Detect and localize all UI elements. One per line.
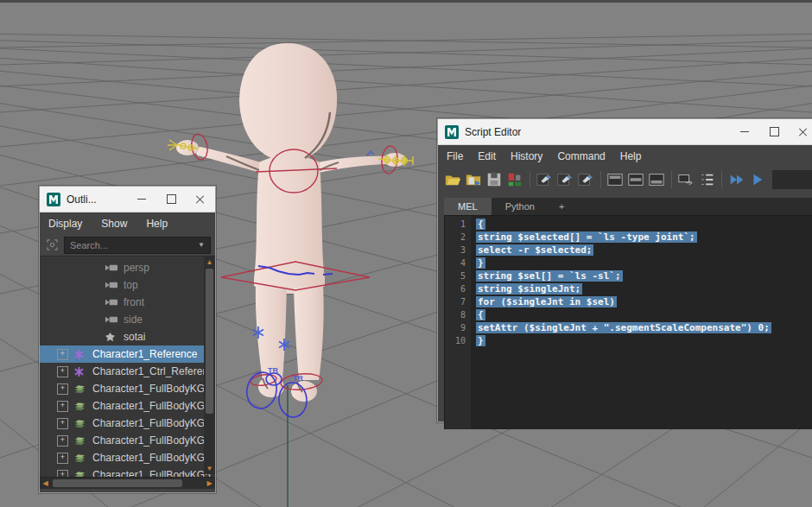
minimize-button[interactable] — [127, 187, 156, 212]
code-line: 6 string $singleJnt; — [445, 282, 812, 295]
outliner-row[interactable]: + Character1_FullBodyKG5 — [40, 466, 215, 477]
maximize-button[interactable] — [156, 187, 186, 212]
outliner-menu-item[interactable]: Display — [48, 218, 82, 230]
expand-toggle-icon[interactable]: + — [57, 470, 68, 478]
show-help-line-button[interactable] — [677, 169, 695, 190]
vertical-scrollbar[interactable]: ▲ ▼ — [204, 257, 215, 474]
camera-icon — [105, 296, 119, 308]
outliner-row[interactable]: + sotai — [40, 328, 215, 345]
expand-toggle-icon[interactable]: + — [57, 349, 68, 360]
outliner-row-label: Character1_Ctrl_Reference — [92, 365, 215, 377]
outliner-row[interactable]: + side — [40, 311, 215, 328]
script-editor-menu-item[interactable]: History — [511, 150, 542, 162]
layout-split-mid-button[interactable] — [627, 169, 645, 190]
save-script-button[interactable] — [485, 169, 503, 190]
outliner-row[interactable]: + top — [40, 276, 215, 294]
chevron-down-icon[interactable]: ▼ — [198, 241, 205, 249]
line-number: 2 — [445, 231, 470, 244]
script-tab[interactable]: + — [549, 198, 574, 215]
expand-toggle-icon[interactable]: + — [57, 453, 68, 464]
vscroll-thumb[interactable] — [206, 269, 213, 414]
script-editor-titlebar[interactable]: Script Editor — [438, 119, 812, 145]
expand-toggle-icon[interactable]: + — [57, 383, 68, 395]
outliner-row[interactable]: + Character1_FullBodyKG3 — [40, 432, 215, 449]
outliner-row[interactable]: + Character1_FullBodyKG2 — [40, 415, 215, 432]
expand-toggle-icon[interactable]: + — [57, 366, 68, 377]
outliner-row-label: Character1_FullBodyKG — [92, 383, 205, 395]
outliner-row[interactable]: + Character1_Reference — [40, 345, 215, 363]
script-editor-menu-item[interactable]: Command — [557, 150, 605, 162]
line-number: 9 — [445, 321, 470, 334]
execute-all-button[interactable] — [727, 169, 745, 190]
minimize-icon — [740, 131, 749, 132]
maya-logo-icon — [445, 125, 459, 139]
outliner-titlebar[interactable]: Outli... — [40, 187, 215, 212]
scroll-down-icon[interactable]: ▼ — [204, 463, 215, 474]
outliner-row-label: side — [124, 314, 143, 326]
search-placeholder: Search... — [70, 240, 198, 250]
source-script-button[interactable] — [505, 169, 523, 190]
open-script-button[interactable] — [443, 169, 461, 190]
script-editor-menu-item[interactable]: Help — [620, 150, 642, 162]
script-editor-menu-item[interactable]: Edit — [478, 150, 496, 162]
code-line: 5 string $sel[] = `ls -sl`; — [445, 269, 812, 282]
close-button[interactable] — [186, 187, 215, 212]
filter-icon[interactable] — [44, 238, 60, 253]
clear-input-button[interactable] — [556, 169, 574, 190]
selected-code-text: select -r $selected; — [476, 244, 593, 256]
outliner-menu-item[interactable]: Show — [101, 218, 127, 230]
outliner-row[interactable]: + Character1_FullBodyKG — [40, 380, 215, 397]
toolbar-end-field[interactable] — [772, 170, 812, 189]
outliner-row-label: Character1_FullBodyKG1 — [92, 400, 211, 412]
line-number: 1 — [445, 218, 470, 231]
outliner-row[interactable]: + persp — [40, 259, 215, 276]
scroll-up-icon[interactable]: ▲ — [204, 257, 215, 268]
line-number: 10 — [445, 334, 470, 347]
camera-icon — [105, 262, 119, 274]
execute-button[interactable] — [748, 169, 766, 190]
expand-toggle-icon[interactable]: + — [57, 401, 68, 412]
toolbar-separator — [530, 171, 530, 188]
clear-history-button[interactable] — [535, 169, 553, 190]
selected-code-text: string $selected[] = `ls -type joint`; — [476, 231, 697, 243]
layout-split-top-button[interactable] — [606, 169, 625, 190]
selected-code-text: string $sel[] = `ls -sl`; — [476, 270, 623, 282]
expand-toggle-icon[interactable]: + — [57, 418, 68, 429]
code-line: 4 } — [445, 257, 812, 269]
expand-toggle-icon[interactable]: + — [57, 435, 68, 447]
load-script-button[interactable] — [464, 169, 482, 190]
clear-all-button[interactable] — [577, 169, 595, 190]
outliner-row[interactable]: + front — [40, 294, 215, 311]
line-numbers-button[interactable] — [698, 169, 716, 190]
outliner-menu-item[interactable]: Help — [146, 218, 168, 230]
outliner-row[interactable]: + Character1_FullBodyKG4 — [40, 449, 215, 466]
selected-code-text: } — [476, 257, 485, 269]
script-tab[interactable]: MEL — [444, 198, 492, 215]
maximize-icon — [167, 194, 176, 204]
toolbar-separator — [600, 171, 601, 188]
hik-icon — [73, 452, 88, 464]
script-editor-menubar: FileEditHistoryCommandHelp — [438, 145, 812, 167]
mel-code-editor[interactable]: 1 { 2 string $selected[] = `ls -type joi… — [444, 215, 812, 429]
horizontal-scrollbar[interactable]: ◀ ▶ — [40, 477, 215, 489]
minimize-button[interactable] — [730, 119, 759, 144]
outliner-list[interactable]: + persp + top + front + side + sotai + — [40, 256, 215, 477]
script-tab[interactable]: Python — [492, 198, 549, 215]
line-number: 4 — [445, 257, 470, 269]
maximize-icon — [770, 127, 779, 136]
close-button[interactable] — [789, 119, 812, 144]
search-input[interactable]: Search... ▼ — [64, 237, 211, 254]
hscroll-thumb[interactable] — [53, 479, 182, 487]
asterisk-icon — [73, 365, 88, 377]
scroll-left-icon[interactable]: ◀ — [40, 478, 51, 489]
line-number: 7 — [445, 295, 470, 308]
outliner-row[interactable]: + Character1_FullBodyKG1 — [40, 397, 215, 415]
outliner-row[interactable]: + Character1_Ctrl_Reference — [40, 363, 215, 380]
script-editor-window: Script Editor FileEditHistoryCommandHelp… — [437, 118, 812, 422]
scroll-right-icon[interactable]: ▶ — [204, 478, 215, 489]
code-line: 8 { — [445, 308, 812, 321]
close-icon — [196, 195, 205, 204]
script-editor-menu-item[interactable]: File — [447, 150, 463, 162]
maximize-button[interactable] — [759, 119, 789, 144]
layout-split-bottom-button[interactable] — [648, 169, 666, 190]
